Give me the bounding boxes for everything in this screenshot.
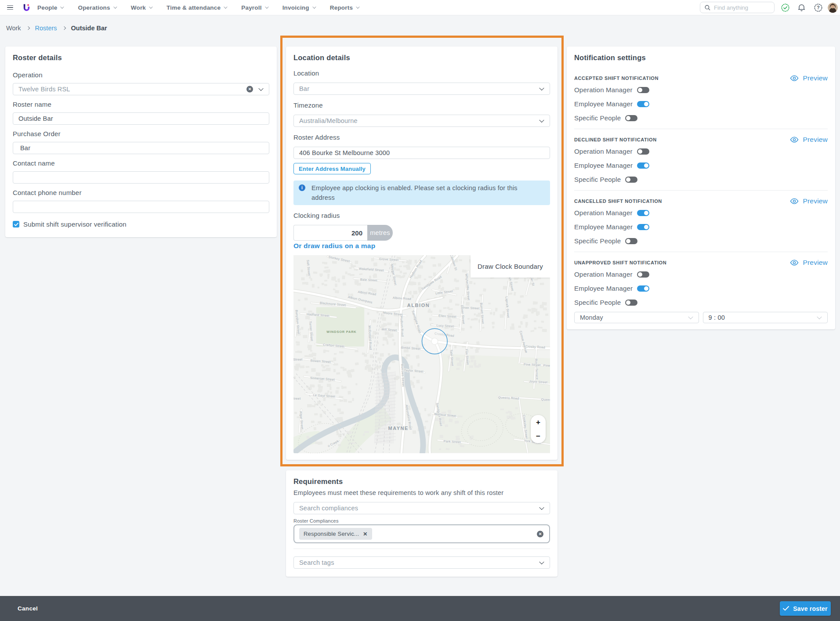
menu-item-operations[interactable]: Operations (70, 0, 123, 15)
toggle-specific-people-off[interactable] (625, 177, 637, 183)
save-roster-button[interactable]: Save roster (780, 601, 831, 616)
map-suburb-label: ALBION (407, 303, 430, 308)
chevron-down-icon (539, 560, 544, 564)
notification-time-select[interactable]: 9 : 00 (703, 312, 828, 323)
toggle-employee-manager-on[interactable] (637, 285, 649, 292)
toggle-row: Employee Manager (574, 285, 828, 292)
notification-section-cancelled: CANCELLED SHIFT NOTIFICATIONPreviewOpera… (574, 197, 828, 245)
notifications-bell-icon[interactable] (798, 4, 805, 12)
contact-name-input[interactable] (13, 171, 269, 184)
menu-item-reports[interactable]: Reports (322, 0, 366, 15)
roster-compliances-box[interactable]: Responsible Servic... ✕ ✕ (293, 524, 550, 543)
chevron-down-icon (356, 5, 359, 8)
app-logo-icon[interactable] (23, 4, 30, 11)
breadcrumb-rosters[interactable]: Rosters (35, 25, 57, 32)
toggle-label: Operation Manager (574, 148, 633, 155)
toggle-operation-manager-off[interactable] (637, 148, 649, 155)
global-search[interactable] (700, 2, 775, 13)
preview-link[interactable]: Preview (790, 259, 828, 267)
toggle-employee-manager-on[interactable] (637, 101, 649, 107)
toggle-operation-manager-on[interactable] (637, 210, 649, 216)
toggle-employee-manager-on[interactable] (637, 224, 649, 230)
menu-item-label: Time & attendance (167, 4, 221, 11)
zoom-out-button[interactable]: − (531, 429, 546, 443)
map-canvas[interactable]: Grove StreetStorkey StreetSalt StreetWak… (293, 255, 550, 453)
preview-link[interactable]: Preview (790, 197, 828, 205)
search-input[interactable] (714, 4, 767, 11)
menu-item-people[interactable]: People (30, 0, 70, 15)
divider (574, 129, 828, 129)
clocking-radius-unit: metres (367, 225, 393, 241)
breadcrumb-outside-bar: Outside Bar (71, 25, 107, 32)
menu-item-invoicing[interactable]: Invoicing (275, 0, 322, 15)
compliances-clear-icon[interactable]: ✕ (537, 531, 543, 537)
notification-day-select[interactable]: Monday (574, 312, 699, 323)
clocking-info-text: Employee app clocking is enabled. Please… (311, 183, 531, 202)
roster-address-input[interactable]: 406 Bourke St Melbourne 3000 (293, 147, 550, 159)
menu-item-work[interactable]: Work (123, 0, 159, 15)
user-avatar[interactable] (828, 3, 838, 13)
roster-details-card: Roster details Operation Twelve Birds RS… (5, 47, 277, 237)
check-icon (783, 606, 789, 611)
roster-address-value: 406 Bourke St Melbourne 3000 (299, 149, 390, 156)
menu-item-payroll[interactable]: Payroll (234, 0, 275, 15)
search-compliances-select[interactable]: Search compliances (293, 502, 550, 514)
cancel-button[interactable]: Cancel (18, 605, 38, 612)
roster-name-input[interactable]: Outside Bar (13, 112, 269, 125)
toggle-operation-manager-off[interactable] (637, 271, 649, 278)
toggle-employee-manager-on[interactable] (637, 162, 649, 169)
toggle-specific-people-off[interactable] (625, 238, 637, 244)
menu-item-label: Invoicing (282, 4, 309, 11)
clock-boundary-circle[interactable] (422, 329, 447, 354)
clocking-radius-input[interactable]: 200 (293, 225, 367, 241)
notification-section-title: UNAPPROVED SHIFT NOTIFICATION (574, 260, 666, 265)
map-tiles: Grove StreetStorkey StreetSalt StreetWak… (293, 255, 550, 453)
location-label: Location (293, 69, 550, 77)
toggle-specific-people-off[interactable] (625, 300, 637, 306)
footer-bar: Cancel Save roster (0, 596, 840, 621)
draw-radius-link[interactable]: Or draw radius on a map (293, 242, 375, 250)
timezone-select[interactable]: Australia/Melbourne (293, 115, 550, 127)
map-street-label: Pine Street (524, 363, 541, 367)
clocking-radius-label: Clocking radius (293, 212, 550, 219)
info-icon: i (299, 184, 305, 191)
toggle-specific-people-off[interactable] (625, 115, 637, 121)
preview-link[interactable]: Preview (790, 74, 828, 82)
breadcrumb-work[interactable]: Work (6, 25, 21, 32)
toggle-row: Operation Manager (574, 209, 828, 217)
toggle-label: Specific People (574, 176, 621, 183)
compliance-tag-label: Responsible Servic... (304, 531, 359, 537)
enter-address-manually-button[interactable]: Enter Address Manually (293, 163, 371, 174)
preview-label: Preview (803, 197, 828, 205)
toggle-label: Specific People (574, 237, 621, 245)
notification-section-unapproved: UNAPPROVED SHIFT NOTIFICATIONPreviewOper… (574, 259, 828, 306)
search-tags-select[interactable]: Search tags (293, 556, 550, 569)
help-icon[interactable]: ? (814, 4, 822, 12)
operation-select[interactable]: Twelve Birds RSL ✕ (13, 83, 269, 95)
chevron-right-icon (26, 26, 29, 30)
compliance-tag-remove-icon[interactable]: ✕ (363, 531, 367, 537)
purchase-order-input[interactable]: Bar (13, 142, 269, 154)
menu-item-label: People (37, 4, 57, 11)
toggle-operation-manager-off[interactable] (637, 87, 649, 93)
roster-compliances-label: Roster Compliances (293, 518, 550, 524)
location-details-title: Location details (293, 54, 550, 62)
search-icon (705, 5, 710, 11)
menu-item-time-attendance[interactable]: Time & attendance (159, 0, 234, 15)
hamburger-menu-icon[interactable] (7, 5, 13, 10)
supervisor-verification-label: Submit shift supervisor verification (23, 220, 127, 228)
zoom-in-button[interactable]: + (531, 415, 546, 429)
operation-clear-icon[interactable]: ✕ (246, 86, 253, 93)
chevron-down-icon (817, 314, 822, 319)
toggle-label: Employee Manager (574, 100, 633, 108)
timezone-value: Australia/Melbourne (299, 117, 358, 124)
contact-name-label: Contact name (13, 159, 269, 167)
status-check-icon[interactable] (781, 4, 789, 12)
location-select[interactable]: Bar (293, 83, 550, 95)
purchase-order-value: Bar (20, 144, 30, 152)
contact-phone-input[interactable] (13, 201, 269, 213)
supervisor-verification-checkbox[interactable]: Submit shift supervisor verification (13, 220, 269, 228)
preview-link[interactable]: Preview (790, 136, 828, 144)
draw-clock-boundary-button[interactable]: Draw Clock Boundary (471, 255, 550, 278)
toggle-label: Specific People (574, 299, 621, 306)
